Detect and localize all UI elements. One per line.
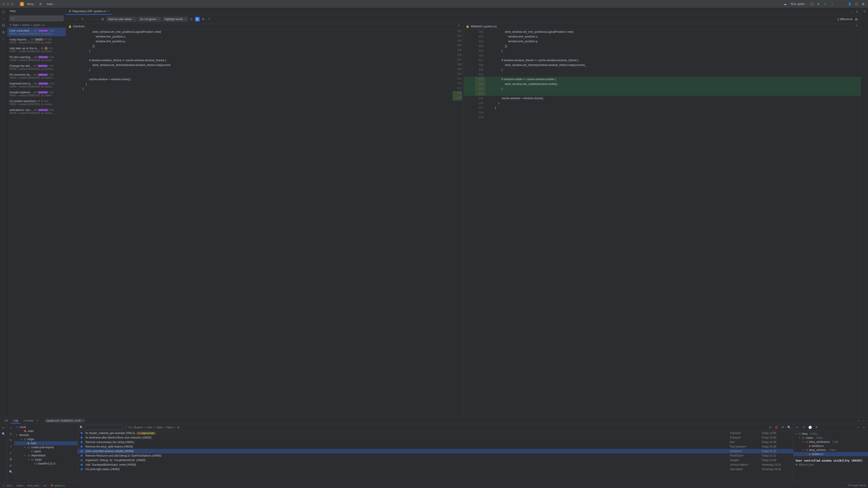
sync-scroll-icon[interactable]: ⇅ [195,17,199,22]
filter-state[interactable]: State▾ [12,24,21,27]
commit-search-input[interactable] [85,425,123,430]
branches-tree[interactable]: ▾Local 🔖main ▾Remote ▾🗀origin ★main ▾🗀cr… [14,424,78,483]
filter-paths[interactable]: Paths▾ [166,426,176,429]
branch-dropdown[interactable]: main▾ [45,2,56,6]
commit-row[interactable]: Implement `Debug` for `UnsafeWorldCell` … [78,458,793,462]
cherry-pick-icon[interactable]: 🍒 [774,425,779,430]
close-detail-icon[interactable]: × [862,425,866,430]
crumb-segment[interactable]: bevy_winit [27,484,39,487]
tree-cargo[interactable]: ▾🗀cargo [14,457,78,462]
pr-item[interactable]: User controlled …🏷MERGED🗨0#9355 · create… [7,28,66,36]
cloud-icon[interactable]: ☁ [783,2,788,6]
commit-list[interactable]: fix shader_material_glsl example (#9513)… [78,431,793,483]
filter-icon[interactable]: ⚲ [9,24,11,27]
tree-base64[interactable]: 🏷base64-0.21.0 [14,462,78,466]
viewer-mode-select[interactable]: Side-by-side viewer▾ [106,17,137,22]
prev-commit-icon[interactable]: ⇤ [795,425,800,430]
open-new-tab-icon[interactable]: ⧉ [177,426,179,429]
tool-window-icon[interactable]: ▫ [2,484,5,487]
breadcrumb[interactable]: bevy〉crates〉bevy_winit〉src〉⬢ system.rs [7,484,65,487]
tree-cpr[interactable]: ▾🗀create-pull-request [14,445,78,449]
max-dot[interactable] [11,3,13,5]
collapse-tree-icon[interactable]: ⇤ [2,425,6,429]
pr-item[interactable]: Fix doc warning…🏷MERGED🗨0#9348 · created… [7,54,66,63]
tree-patch[interactable]: 🏷patch [14,449,78,453]
run-icon[interactable] [816,2,821,6]
settings-icon[interactable]: ⚙ [861,2,866,6]
expand-icon[interactable]: ⤢ [855,425,860,430]
filter-label[interactable]: Label▾ [33,24,42,27]
update-info-chip[interactable]: Update Info: 21/08/2023, 12:40× [44,419,85,423]
checkout-icon[interactable]: ⎘ [9,432,13,436]
commit-row[interactable]: Add `GamepadButtonInput` event (#9008)Jo… [78,462,793,467]
find-commit-icon[interactable]: 🔍 [787,425,792,430]
list-icon[interactable]: ▤ [100,17,105,22]
crumb-segment[interactable]: system.rs [54,484,65,487]
pr-item[interactable]: include toplevel…🏷MERGED🗨0#9343 · create… [7,89,66,98]
pr-list[interactable]: User controlled …🏷MERGED🗨0#9355 · create… [7,28,66,417]
collapse-icon[interactable]: ⊟ [189,17,194,22]
eye-icon[interactable]: 👁 [780,425,785,430]
layout-icon[interactable]: ▦ [854,17,859,22]
commit-row[interactable]: fix wireframe after MeshUniform size red… [78,435,793,440]
fetch-icon[interactable]: ⤓ [9,451,13,455]
delete-icon[interactable]: 🗑 [9,457,13,461]
more-tool-icon[interactable]: ⋯ [1,37,6,41]
window-controls[interactable] [2,3,13,5]
next-diff-icon[interactable]: ↓ [74,17,79,22]
compare-icon[interactable]: ⇄ [9,463,13,467]
nav-back-icon[interactable]: ← [89,17,93,22]
changed-files-tree[interactable]: ▾🗀bevy 4 files ▾🗀crates 3 files ▾🗀bevy_w… [794,431,868,457]
commit-row[interactable]: Remove unnecessary doc string (#9481)lel… [78,440,793,445]
search-icon[interactable] [854,2,859,6]
run-config-dropdown[interactable]: Run sprite▾ [789,2,807,6]
tab-log[interactable]: Log [11,418,20,423]
commit-row[interactable]: Fix point light radius (#9493)Ada Hieta*… [78,467,793,471]
pr-item[interactable]: Change the def…🏷MERGED🗨0#9346 · created … [7,63,66,72]
filter-date[interactable]: Date▾ [156,426,164,429]
commit-tool-icon[interactable]: ○ [1,16,6,21]
match-case-toggle[interactable]: Cc [129,426,132,429]
history-icon[interactable]: 🕓 [808,425,812,430]
highlight-mode-select[interactable]: Highlight words▾ [162,17,188,22]
pr-panel-tab[interactable]: bevy [7,8,66,14]
regex-toggle[interactable]: .* [125,426,127,429]
commit-row[interactable]: Remove Resource and add Debug to TaskPoo… [78,453,793,458]
crumb-segment[interactable]: bevy [7,484,12,487]
crumb-segment[interactable]: src [43,484,46,487]
more-icon[interactable]: ⋮ [830,2,835,6]
search-tree-icon[interactable]: 🔍 [2,432,6,436]
min-dot[interactable] [6,3,9,5]
tree-local-main[interactable]: 🔖main [14,429,78,433]
vcs-branch-icon[interactable] [38,2,43,6]
crumb-segment[interactable]: crates [16,484,23,487]
notifications-icon[interactable]: 🕭 [855,9,859,14]
tree-origin-main[interactable]: ★main [14,441,78,445]
pr-item[interactable]: rusty imports …🏷DRAFT⊘🗨0#9352 · created … [7,36,66,45]
refresh-icon[interactable]: ↻ [768,425,772,430]
filter-user[interactable]: User▾ [147,426,155,429]
selected-file[interactable]: ⬢system.rs [794,452,868,456]
tree-local[interactable]: ▾Local [14,425,78,429]
tree-remote[interactable]: ▾Remote [14,433,78,437]
build-icon[interactable] [809,2,814,6]
diff-body[interactable]: winit_window.set_ime_position(LogicalPos… [66,29,861,417]
prev-diff-icon[interactable]: ↑ [68,17,73,22]
project-tool-icon[interactable] [1,9,6,14]
debug-icon[interactable] [823,2,828,6]
filter-assignee[interactable]: A [43,24,45,27]
update-icon[interactable]: ↻ [9,438,13,442]
nav-fwd-icon[interactable]: → [94,17,99,22]
structure-tool-icon[interactable]: ⊞ [1,30,6,34]
tab-options-icon[interactable]: ⋮ [850,9,855,14]
project-dropdown[interactable]: bevy▾ [26,2,36,6]
cargo-check-status[interactable]: ⚙ Cargo Check [848,484,866,487]
pull-requests-tool-icon[interactable] [1,23,6,28]
close-dot[interactable] [2,3,5,5]
commit-row[interactable]: Remove the bevy_dylib feature (#9516)Pau… [78,445,793,449]
pr-item[interactable]: UI content transform🏷⊘🗨0#9341 · created … [7,98,66,107]
notifications-tool-icon[interactable]: 🕭 [863,9,866,13]
tree-origin[interactable]: ▾🗀origin [14,437,78,441]
editor-tab[interactable]: ⇄ Repository Diff: system.rs × [66,8,112,15]
filter-author[interactable]: Author▾ [22,24,32,27]
